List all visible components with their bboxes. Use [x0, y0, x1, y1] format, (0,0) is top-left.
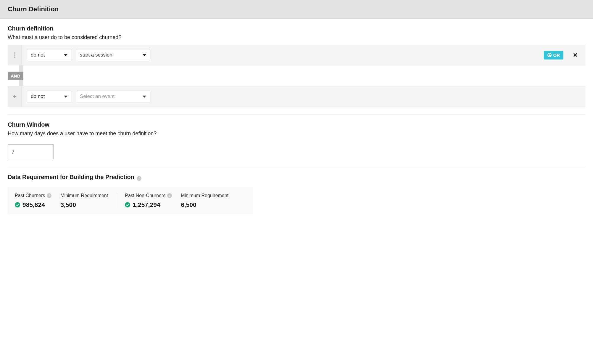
remove-rule-button[interactable]: ✕ — [573, 51, 578, 59]
rule-row-body: do not Select an event — [22, 86, 585, 107]
content-area: Churn definition What must a user do to … — [0, 19, 593, 226]
info-icon[interactable]: i — [167, 193, 172, 198]
rule-row: do not start a session OR ✕ — [8, 45, 585, 65]
info-icon[interactable]: i — [47, 193, 51, 198]
min-req-non-churners-col: Minimum Requirement 6,500 — [181, 193, 237, 208]
event-select-placeholder: Select an event — [80, 94, 115, 99]
and-badge: AND — [8, 72, 23, 80]
churn-definition-subtitle: What must a user do to be considered chu… — [8, 34, 585, 41]
min-req-non-churners-label: Minimum Requirement — [181, 193, 228, 198]
churn-window-section: Churn Window How many days does a user h… — [8, 121, 585, 159]
dots-vertical-icon — [14, 52, 15, 58]
check-circle-icon — [15, 202, 20, 207]
churn-window-title: Churn Window — [8, 121, 585, 128]
condition-select[interactable]: do not — [27, 91, 71, 102]
info-icon[interactable]: i — [137, 176, 141, 181]
page-title: Churn Definition — [8, 5, 585, 13]
data-requirement-section: Data Requirement for Building the Predic… — [8, 174, 585, 214]
add-or-button[interactable]: OR — [544, 51, 564, 59]
min-req-churners-col: Minimum Requirement 3,500 — [60, 193, 117, 208]
rule-builder: do not start a session OR ✕ — [8, 45, 585, 107]
divider — [8, 167, 585, 167]
page-header: Churn Definition — [0, 0, 593, 19]
divider — [8, 115, 585, 115]
min-req-churners-value: 3,500 — [60, 201, 76, 208]
past-non-churners-col: Past Non-Churners i 1,257,294 — [117, 193, 181, 208]
churn-definition-section: Churn definition What must a user do to … — [8, 25, 585, 107]
data-requirement-title: Data Requirement for Building the Predic… — [8, 174, 134, 181]
churn-window-subtitle: How many days does a user have to meet t… — [8, 131, 585, 137]
chevron-down-icon — [143, 96, 146, 98]
past-churners-col: Past Churners i 985,824 — [15, 193, 60, 208]
stats-panel: Past Churners i 985,824 Minimum Requirem… — [8, 187, 253, 214]
check-circle-icon — [125, 202, 130, 207]
condition-select-value: do not — [31, 52, 45, 58]
churn-window-input[interactable] — [8, 144, 54, 159]
chevron-down-icon — [143, 54, 146, 56]
rule-row-body: do not start a session OR ✕ — [22, 45, 585, 65]
chevron-down-icon — [64, 96, 67, 98]
plus-icon: + — [13, 93, 17, 100]
rule-connector: AND — [8, 65, 585, 86]
past-churners-label: Past Churners — [15, 193, 45, 198]
rule-row: + do not Select an event — [8, 86, 585, 107]
min-req-non-churners-value: 6,500 — [181, 201, 196, 208]
chevron-down-icon — [64, 54, 67, 56]
close-icon: ✕ — [573, 52, 578, 58]
past-non-churners-label: Past Non-Churners — [125, 193, 165, 198]
past-churners-value: 985,824 — [22, 201, 45, 208]
or-button-label: OR — [553, 53, 560, 58]
condition-select-value: do not — [31, 94, 45, 99]
condition-select[interactable]: do not — [27, 49, 71, 61]
event-select[interactable]: Select an event — [76, 91, 150, 102]
min-req-churners-label: Minimum Requirement — [60, 193, 108, 198]
plus-circle-icon — [547, 53, 552, 57]
event-select[interactable]: start a session — [76, 49, 150, 61]
drag-handle[interactable] — [8, 45, 22, 65]
churn-definition-title: Churn definition — [8, 25, 585, 32]
add-rule-handle[interactable]: + — [8, 86, 22, 107]
past-non-churners-value: 1,257,294 — [133, 201, 160, 208]
event-select-value: start a session — [80, 52, 112, 58]
